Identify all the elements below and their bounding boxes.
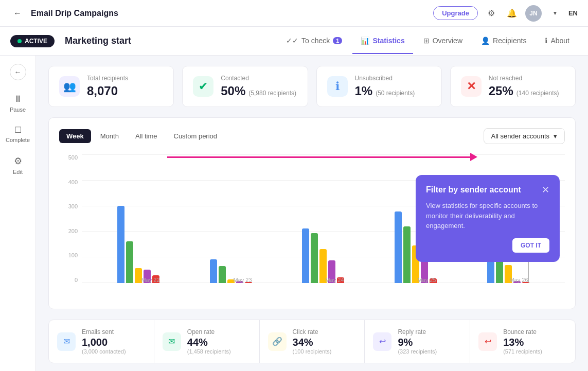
open-rate-value: 44% — [187, 337, 231, 348]
stat-recipients-value: 8,070 — [87, 84, 128, 98]
sidebar-back-button[interactable]: ← — [10, 64, 26, 80]
x-label: May 22 — [141, 277, 159, 283]
y-label-500: 500 — [68, 154, 78, 161]
main-layout: ← ⏸ Pause ☐ Complete ⚙ Edit 👥 Total reci… — [0, 56, 588, 371]
click-rate-info: Click rate 34% (100 recipients) — [293, 328, 332, 355]
click-rate-sub: (100 recipients) — [293, 348, 332, 355]
not-reached-stat-icon: ✕ — [461, 76, 482, 97]
stat-not-reached-value: 25% — [489, 84, 513, 98]
reply-rate-value: 9% — [398, 337, 437, 348]
sidebar-item-pause[interactable]: ⏸ Pause — [3, 89, 33, 118]
nav-left: ← Email Drip Campaigns — [10, 6, 118, 21]
tooltip-header: Filter by sender account ✕ — [426, 184, 549, 196]
stat-unsubscribed-info: Unsubscribed 1% (50 recipients) — [355, 75, 415, 98]
reply-rate-label: Reply rate — [398, 328, 437, 335]
stat-contacted-sub: (5,980 recipients) — [248, 90, 296, 97]
upgrade-button[interactable]: Upgrade — [433, 6, 478, 20]
reply-rate-icon: ↩ — [373, 332, 391, 351]
stat-contacted-info: Contacted 50% (5,980 recipients) — [221, 75, 296, 98]
sidebar-edit-label: Edit — [13, 169, 23, 175]
chevron-down-icon[interactable]: ▼ — [548, 6, 562, 21]
stat-unsubscribed-sub: (50 recipients) — [376, 90, 415, 97]
time-tabs: Week Month All time Custom period — [59, 129, 224, 143]
tooltip-close-button[interactable]: ✕ — [542, 184, 549, 196]
emails-sent-info: Emails sent 1,000 (3,000 contacted) — [82, 328, 126, 355]
sidebar-item-complete[interactable]: ☐ Complete — [3, 120, 33, 148]
sender-accounts-dropdown[interactable]: All sender accounts ▾ — [484, 128, 565, 144]
stat-unsubscribed-label: Unsubscribed — [355, 75, 415, 82]
x-label: May 25 — [417, 277, 436, 283]
tab-statistics-label: Statistics — [372, 37, 404, 45]
back-button[interactable]: ← — [10, 6, 25, 21]
stat-not-reached-info: Not reached 25% (140 recipients) — [489, 75, 559, 98]
info-icon: ℹ — [545, 37, 547, 45]
tab-statistics[interactable]: 📊 Statistics — [352, 28, 413, 54]
sidebar-complete-label: Complete — [6, 137, 30, 143]
time-tab-week[interactable]: Week — [59, 129, 91, 143]
pause-icon: ⏸ — [13, 94, 23, 104]
time-tab-custom[interactable]: Custom period — [167, 129, 225, 143]
stat-reply-rate: ↩ Reply rate 9% (323 recipients) — [365, 320, 470, 363]
tab-overview[interactable]: ⊞ Overview — [415, 28, 471, 54]
stat-bounce-rate: ↩ Bounce rate 13% (571 recipients) — [470, 320, 575, 363]
stats-cards: 👥 Total recipients 8,070 ✔ Contacted 50%… — [48, 66, 576, 107]
complete-icon: ☐ — [14, 125, 22, 135]
avatar[interactable]: JN — [525, 5, 542, 22]
recipients-icon: 👤 — [481, 37, 490, 45]
active-dot — [17, 39, 22, 43]
click-rate-value: 34% — [293, 337, 332, 348]
active-label: ACTIVE — [25, 38, 47, 45]
overview-icon: ⊞ — [423, 37, 430, 45]
chart-bar — [117, 206, 124, 283]
sidebar-item-edit[interactable]: ⚙ Edit — [3, 150, 33, 180]
language-selector[interactable]: EN — [568, 9, 578, 17]
open-rate-label: Open rate — [187, 328, 231, 335]
x-label: May 26 — [509, 277, 528, 283]
contacted-stat-icon: ✔ — [193, 76, 213, 97]
y-label-200: 200 — [68, 228, 78, 234]
tab-overview-label: Overview — [433, 37, 462, 45]
unsubscribed-stat-icon: ℹ — [327, 76, 348, 97]
tab-to-check[interactable]: ✓✓ To check 1 — [278, 28, 350, 54]
active-badge: ACTIVE — [10, 35, 55, 47]
stat-open-rate: ✉ Open rate 44% (1,458 recipients) — [154, 320, 260, 363]
stat-not-reached-label: Not reached — [489, 75, 559, 82]
top-nav: ← Email Drip Campaigns Upgrade ⚙ 🔔 JN ▼ … — [0, 0, 588, 27]
chart-x-labels: May 22May 23May 24May 25May 26 — [104, 277, 565, 283]
click-rate-label: Click rate — [293, 328, 332, 335]
open-rate-info: Open rate 44% (1,458 recipients) — [187, 328, 231, 355]
got-it-button[interactable]: GOT IT — [512, 238, 549, 253]
y-label-0: 0 — [75, 277, 78, 283]
chart-controls: Week Month All time Custom period All se… — [59, 128, 565, 144]
checkmark-icon: ✓✓ — [286, 37, 298, 45]
filter-tooltip-popup: Filter by sender account ✕ View statisti… — [416, 175, 560, 262]
time-tab-month[interactable]: Month — [93, 129, 126, 143]
tab-recipients[interactable]: 👤 Recipients — [473, 28, 534, 54]
bounce-rate-value: 13% — [503, 337, 542, 348]
time-tab-all-time[interactable]: All time — [128, 129, 165, 143]
tooltip-connector-line — [528, 262, 529, 282]
y-label-300: 300 — [68, 203, 78, 209]
emails-sent-label: Emails sent — [82, 328, 126, 335]
tooltip-body: View statistics for specific accounts to… — [426, 201, 549, 231]
app-title: Email Drip Campaigns — [31, 9, 118, 18]
tab-about[interactable]: ℹ About — [537, 28, 578, 54]
edit-icon: ⚙ — [14, 155, 22, 167]
stat-not-reached: ✕ Not reached 25% (140 recipients) — [450, 66, 576, 107]
settings-icon[interactable]: ⚙ — [484, 6, 498, 21]
chart-bar — [302, 228, 309, 283]
bell-icon[interactable]: 🔔 — [505, 6, 519, 21]
chart-section: Week Month All time Custom period All se… — [48, 117, 576, 309]
tooltip-title: Filter by sender account — [426, 185, 521, 195]
stat-recipients-info: Total recipients 8,070 — [87, 75, 128, 98]
recipients-stat-icon: 👥 — [59, 76, 80, 97]
emails-sent-sub: (3,000 contacted) — [82, 348, 126, 355]
main-content: 👥 Total recipients 8,070 ✔ Contacted 50%… — [36, 56, 588, 371]
bounce-rate-info: Bounce rate 13% (571 recipients) — [503, 328, 542, 355]
bar-group — [117, 206, 159, 283]
chart-bar — [403, 226, 411, 283]
dropdown-chevron-icon: ▾ — [554, 132, 557, 140]
stat-recipients-label: Total recipients — [87, 75, 128, 82]
tab-recipients-label: Recipients — [493, 37, 526, 45]
reply-rate-info: Reply rate 9% (323 recipients) — [398, 328, 437, 355]
